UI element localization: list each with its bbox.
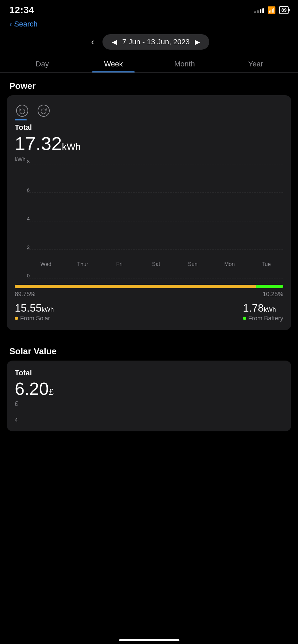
active-icon-underline — [15, 119, 27, 120]
history-icon-button[interactable] — [15, 103, 30, 118]
progress-labels: 89.75% 10.25% — [15, 291, 283, 298]
wifi-icon: 📶 — [267, 6, 276, 14]
solar-dot-icon — [15, 317, 18, 320]
solar-section-title: Solar Value — [0, 338, 298, 361]
back-chevron-icon: ‹ — [9, 19, 12, 29]
total-value: 17.32kWh — [15, 133, 283, 154]
solar-source: From Solar — [15, 315, 54, 322]
back-navigation: ‹ Search — [0, 18, 298, 32]
battery-value: 1.78kWh — [243, 302, 283, 314]
bar-wed: Wed — [29, 259, 63, 267]
bar-wed-label: Wed — [40, 261, 51, 267]
back-button[interactable]: ‹ Search — [9, 19, 289, 29]
forward-icon-group — [36, 103, 51, 120]
date-range-pill: ◀ 7 Jun - 13 Jun, 2023 ▶ — [102, 34, 210, 50]
power-chart: kWh 8 6 4 2 0 — [15, 157, 283, 278]
bar-thur-label: Thur — [77, 261, 88, 267]
forward-icon — [38, 105, 50, 117]
solar-total-label: Total — [15, 369, 283, 377]
bar-sun-label: Sun — [188, 261, 198, 267]
next-date-button[interactable]: ▶ — [195, 38, 200, 46]
solar-progress — [15, 285, 256, 288]
solar-chart-stub: 4 — [15, 410, 283, 423]
x-axis-line — [27, 267, 283, 267]
back-label: Search — [14, 20, 38, 29]
period-tabs: Day Week Month Year — [0, 55, 298, 73]
bar-fri-label: Fri — [116, 261, 123, 267]
solar-card: Total 6.20£ £ 4 — [7, 361, 291, 431]
status-icons: 📶 89 — [254, 6, 289, 14]
solar-value: 15.55kWh — [15, 302, 54, 314]
chart-icon-row — [15, 103, 283, 120]
y-axis-label: kWh — [15, 157, 283, 163]
total-label: Total — [15, 123, 283, 132]
solar-grid-value: 4 — [15, 417, 18, 423]
history-icon — [16, 105, 28, 117]
bar-mon-label: Mon — [224, 261, 235, 267]
solar-y-label: £ — [15, 400, 283, 407]
solar-pct-label: 89.75% — [15, 291, 35, 298]
bar-fri: Fri — [102, 259, 136, 267]
prev-date-button[interactable]: ◀ — [112, 38, 117, 46]
tab-day[interactable]: Day — [7, 55, 78, 72]
home-bar — [119, 639, 179, 641]
solar-total-value: 6.20£ — [15, 379, 283, 399]
bar-sat: Sat — [139, 259, 173, 267]
battery-pct-label: 10.25% — [263, 291, 283, 298]
battery-indicator: 89 — [279, 6, 289, 14]
battery-source: From Battery — [243, 315, 283, 322]
status-time: 12:34 — [9, 5, 34, 15]
progress-bar — [15, 285, 283, 288]
stats-row: 15.55kWh From Solar 1.78kWh From Battery — [15, 302, 283, 322]
history-icon-group — [15, 103, 30, 120]
tab-month[interactable]: Month — [149, 55, 220, 72]
date-navigation: ‹ ◀ 7 Jun - 13 Jun, 2023 ▶ — [0, 32, 298, 55]
power-section-title: Power — [0, 73, 298, 95]
date-range-text: 7 Jun - 13 Jun, 2023 — [122, 38, 190, 46]
bar-tue-label: Tue — [262, 261, 271, 267]
progress-section: 89.75% 10.25% 15.55kWh From Solar 1.78kW… — [15, 285, 283, 322]
solar-stat: 15.55kWh From Solar — [15, 302, 54, 322]
battery-progress — [256, 285, 283, 288]
bars-area: Wed Thur Fri Sat — [29, 164, 283, 267]
back-page-button[interactable]: ‹ — [89, 35, 97, 49]
bar-mon: Mon — [212, 259, 246, 267]
power-card: Total 17.32kWh kWh 8 6 4 2 0 — [7, 95, 291, 330]
battery-dot-icon — [243, 317, 246, 320]
bar-thur: Thur — [66, 259, 99, 267]
signal-icon — [254, 7, 264, 13]
grid-line-0: 0 — [27, 278, 283, 278]
status-bar: 12:34 📶 89 — [0, 0, 298, 18]
tab-week[interactable]: Week — [78, 55, 149, 72]
tab-year[interactable]: Year — [220, 55, 291, 72]
bar-sun: Sun — [176, 259, 210, 267]
home-indicator — [0, 635, 298, 644]
forward-icon-button[interactable] — [36, 103, 51, 118]
bar-sat-label: Sat — [152, 261, 160, 267]
chart-inner: 8 6 4 2 0 Wed — [15, 164, 283, 278]
bar-tue: Tue — [249, 259, 283, 267]
battery-stat: 1.78kWh From Battery — [243, 302, 283, 322]
